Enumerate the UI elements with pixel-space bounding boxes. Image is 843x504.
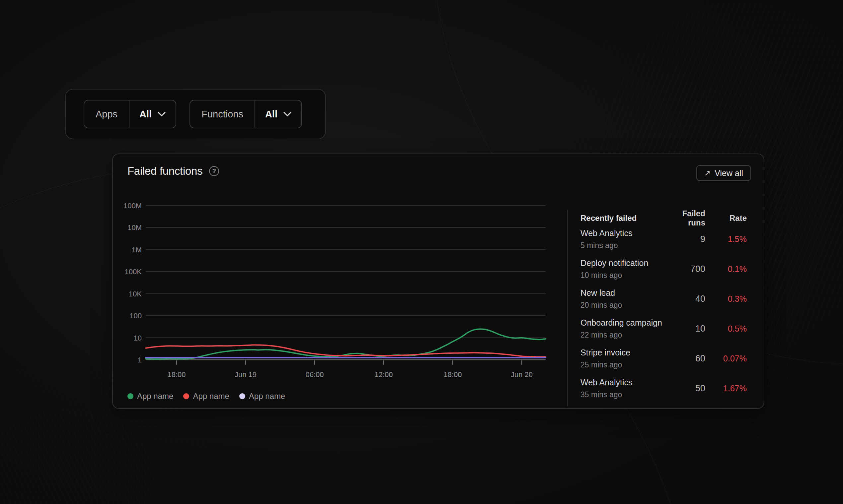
rate-value: 0.07% bbox=[705, 354, 747, 363]
row-name-cell: Onboarding campaign 22 mins ago bbox=[581, 318, 667, 340]
failed-runs-value: 9 bbox=[667, 234, 705, 245]
failed-runs-value: 50 bbox=[667, 383, 705, 394]
legend-label: App name bbox=[249, 392, 285, 401]
y-axis-label: 10K bbox=[129, 290, 142, 298]
function-name: Stripe invoice bbox=[581, 348, 667, 357]
table-row[interactable]: New lead 20 mins ago 40 0.3% bbox=[581, 284, 747, 314]
header-rate: Rate bbox=[705, 214, 747, 223]
table-row[interactable]: Web Analytics 35 mins ago 50 1.67% bbox=[581, 373, 747, 403]
table-row[interactable]: Stripe invoice 25 mins ago 60 0.07% bbox=[581, 343, 747, 373]
function-name: Onboarding campaign bbox=[581, 318, 667, 328]
function-time: 20 mins ago bbox=[581, 301, 667, 310]
function-time: 5 mins ago bbox=[581, 241, 667, 250]
vertical-divider bbox=[567, 210, 568, 406]
x-axis-label: 18:00 bbox=[443, 371, 462, 379]
y-axis-label: 10 bbox=[134, 334, 142, 342]
table-row[interactable]: Deploy notification 10 mins ago 700 0.1% bbox=[581, 254, 747, 284]
y-axis-label: 100 bbox=[130, 312, 142, 320]
function-name: Web Analytics bbox=[581, 378, 667, 387]
rate-value: 0.5% bbox=[705, 324, 747, 334]
x-axis-label: Jun 20 bbox=[511, 371, 533, 379]
failed-runs-value: 10 bbox=[667, 324, 705, 334]
failed-runs-value: 700 bbox=[667, 264, 705, 274]
apps-filter-selected: All bbox=[139, 109, 152, 120]
functions-filter-label: Functions bbox=[190, 101, 255, 128]
rate-value: 0.1% bbox=[705, 264, 747, 274]
legend-item: App name bbox=[183, 392, 229, 401]
chevron-down-icon bbox=[158, 112, 166, 116]
dashboard-background: Apps All Functions All Failed functions … bbox=[0, 0, 843, 504]
x-axis-label: 06:00 bbox=[305, 371, 324, 379]
legend-item: App name bbox=[239, 392, 285, 401]
help-icon[interactable]: ? bbox=[209, 166, 219, 176]
legend-label: App name bbox=[193, 392, 229, 401]
chevron-down-icon bbox=[283, 112, 291, 116]
rate-value: 1.67% bbox=[705, 384, 747, 393]
series-line-0 bbox=[146, 329, 546, 359]
chart-legend: App nameApp nameApp name bbox=[127, 392, 285, 401]
legend-dot-icon bbox=[183, 393, 189, 399]
y-axis-label: 1 bbox=[138, 356, 142, 364]
apps-filter[interactable]: Apps All bbox=[84, 100, 176, 128]
apps-filter-value[interactable]: All bbox=[130, 101, 176, 128]
legend-label: App name bbox=[137, 392, 173, 401]
legend-item: App name bbox=[127, 392, 173, 401]
y-axis-label: 100K bbox=[125, 268, 142, 276]
arrow-up-right-icon: ↗ bbox=[704, 169, 710, 177]
rate-value: 1.5% bbox=[705, 234, 747, 244]
table-row[interactable]: Web Analytics 5 mins ago 9 1.5% bbox=[581, 224, 747, 254]
view-all-button[interactable]: ↗ View all bbox=[696, 165, 751, 181]
recently-failed-table: Recently failed Failed runs Rate Web Ana… bbox=[581, 209, 747, 403]
y-axis-label: 100M bbox=[123, 202, 142, 210]
function-name: New lead bbox=[581, 288, 667, 298]
legend-dot-icon bbox=[239, 393, 245, 399]
table-header: Recently failed Failed runs Rate bbox=[581, 209, 747, 224]
failed-functions-chart: 100M10M1M100K10K10010118:00Jun 1906:0012… bbox=[119, 194, 564, 386]
x-axis-label: 12:00 bbox=[374, 371, 393, 379]
apps-filter-label: Apps bbox=[84, 101, 130, 128]
functions-filter-selected: All bbox=[265, 109, 277, 120]
failed-runs-value: 60 bbox=[667, 354, 705, 364]
row-name-cell: Deploy notification 10 mins ago bbox=[581, 258, 667, 280]
x-axis-label: Jun 19 bbox=[235, 371, 257, 379]
table-row[interactable]: Onboarding campaign 22 mins ago 10 0.5% bbox=[581, 314, 747, 343]
filter-bar: Apps All Functions All bbox=[65, 89, 326, 139]
y-axis-label: 10M bbox=[127, 223, 142, 232]
view-all-label: View all bbox=[715, 168, 743, 178]
help-glyph: ? bbox=[212, 167, 217, 175]
row-name-cell: New lead 20 mins ago bbox=[581, 288, 667, 310]
y-axis-label: 1M bbox=[132, 246, 142, 254]
functions-filter-value[interactable]: All bbox=[255, 101, 302, 128]
row-name-cell: Stripe invoice 25 mins ago bbox=[581, 348, 667, 370]
function-time: 22 mins ago bbox=[581, 330, 667, 340]
header-recently-failed: Recently failed bbox=[581, 214, 667, 223]
header-failed-runs: Failed runs bbox=[667, 209, 705, 228]
function-name: Deploy notification bbox=[581, 258, 667, 268]
function-time: 10 mins ago bbox=[581, 271, 667, 280]
row-name-cell: Web Analytics 35 mins ago bbox=[581, 378, 667, 399]
function-name: Web Analytics bbox=[581, 229, 667, 238]
failed-runs-value: 40 bbox=[667, 294, 705, 304]
card-title-row: Failed functions ? bbox=[127, 165, 219, 177]
failed-functions-card: Failed functions ? ↗ View all 100M10M1M1… bbox=[112, 154, 764, 409]
page-title: Failed functions bbox=[127, 165, 203, 177]
function-time: 25 mins ago bbox=[581, 360, 667, 370]
function-time: 35 mins ago bbox=[581, 390, 667, 399]
x-axis-label: 18:00 bbox=[167, 371, 186, 379]
rate-value: 0.3% bbox=[705, 294, 747, 304]
legend-dot-icon bbox=[127, 393, 134, 399]
row-name-cell: Web Analytics 5 mins ago bbox=[581, 229, 667, 250]
functions-filter[interactable]: Functions All bbox=[190, 100, 302, 128]
